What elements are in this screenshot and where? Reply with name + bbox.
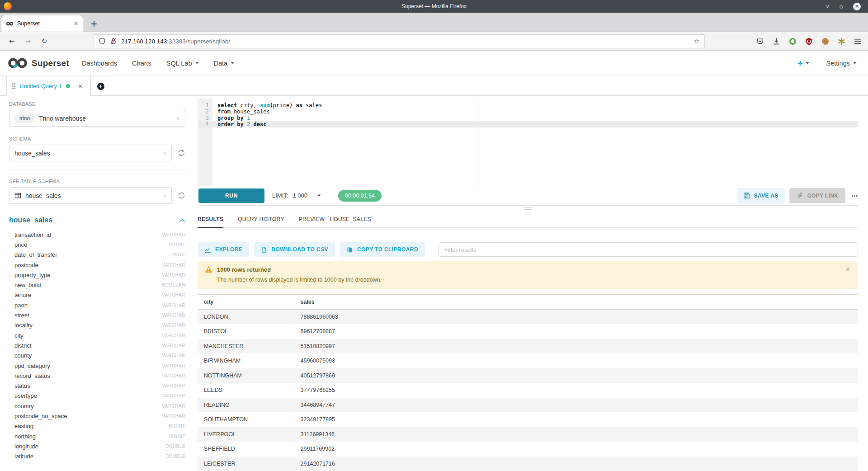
column-type: VARCHAR [162, 404, 185, 409]
column-type: VARCHAR [162, 373, 185, 378]
column-header-sales[interactable]: sales [294, 295, 858, 310]
window-titlebar: Superset — Mozilla Firefox ∨ ◇ ✕ [0, 0, 868, 13]
cookie-icon[interactable] [821, 38, 829, 45]
table-row: MANCHESTER51510820997 [198, 339, 858, 354]
schema-column-row: cityVARCHAR [9, 330, 185, 340]
editor-toolbar: RUN LIMIT: 1 000 00:00:01.64 SAVE AS [198, 186, 858, 206]
shield-permissions-icon[interactable] [99, 38, 106, 45]
query-tab-close-icon[interactable]: × [78, 83, 83, 89]
cell-sales: 45960075093 [294, 353, 858, 368]
new-tab-icon[interactable]: + [90, 19, 98, 28]
back-icon[interactable]: ← [7, 37, 16, 45]
pane-resize-handle[interactable] [198, 206, 858, 212]
column-name: street [14, 312, 29, 319]
settings-menu[interactable]: Settings [826, 60, 857, 67]
column-name: city [14, 332, 24, 339]
insecure-lock-icon[interactable] [110, 38, 117, 45]
browser-toolbar: ← → ↻ 217.160.120.143:32393/superset/sql… [0, 32, 868, 51]
copy-to-clipboard-button[interactable]: COPY TO CLIPBOARD [340, 242, 425, 257]
code-text: group by 1 [212, 115, 858, 121]
schema-column-row: ppd_categoryVARCHAR [9, 361, 185, 371]
refresh-schema-icon[interactable] [178, 149, 185, 157]
chevron-down-icon: ∨ [176, 115, 180, 121]
table-row: LEEDS37779768255 [198, 383, 858, 398]
nav-item-dashboards[interactable]: Dashboards [82, 60, 117, 67]
download-icon[interactable] [773, 38, 780, 45]
schema-column-row: northingBIGINT [9, 431, 185, 441]
filter-results-input[interactable] [439, 242, 858, 257]
results-tab-results[interactable]: RESULTS [198, 212, 223, 228]
column-name: tenure [14, 292, 31, 298]
nav-item-charts[interactable]: Charts [132, 60, 151, 67]
query-tab-active[interactable]: Untitled Query 1 × [6, 76, 90, 96]
save-icon [743, 192, 750, 199]
url-text[interactable]: 217.160.120.143:32393/superset/sqllab/ [121, 38, 690, 45]
sql-editor[interactable]: 1select city, sum(price) as sales2from h… [198, 99, 858, 186]
see-table-schema-label: SEE TABLE SCHEMA [9, 179, 185, 184]
schema-column-row: priceBIGINT [9, 240, 185, 250]
chevron-down-icon: ∨ [163, 193, 166, 198]
cell-city: SHEFFIELD [198, 442, 294, 457]
column-name: new_build [14, 282, 41, 288]
explore-button[interactable]: EXPLORE [198, 242, 249, 257]
drag-handle-icon[interactable] [12, 83, 15, 89]
alert-close-icon[interactable]: × [845, 266, 850, 273]
more-actions-icon[interactable]: ••• [851, 193, 858, 198]
column-name: district [14, 342, 32, 349]
new-item-button[interactable]: + [797, 59, 809, 68]
ublock-icon[interactable] [805, 38, 813, 45]
window-restore-icon[interactable]: ◇ [840, 4, 843, 9]
chevron-down-icon [853, 62, 857, 64]
superset-brand[interactable]: Superset [7, 57, 69, 69]
copy-link-button[interactable]: COPY LINK [789, 188, 846, 203]
table-schema-select[interactable]: house_sales ∨ [9, 187, 172, 204]
schema-column-row: localityVARCHAR [9, 320, 185, 330]
sql-code: 1select city, sum(price) as sales2from h… [198, 99, 858, 127]
results-tab-preview-house-sales[interactable]: PREVIEW: `HOUSE_SALES` [299, 212, 373, 227]
results-tab-query-history[interactable]: QUERY HISTORY [238, 212, 284, 227]
table-row: LONDON788861960063 [198, 310, 858, 325]
browser-tab[interactable]: Superset × [1, 15, 83, 32]
url-path: :32393/superset/sqllab/ [167, 38, 230, 45]
column-type: VARCHAR [162, 393, 185, 398]
superset-favicon [6, 21, 14, 26]
column-name: ppd_category [14, 363, 50, 369]
nav-item-data[interactable]: Data [214, 60, 235, 67]
collapse-chevron-up-icon[interactable] [179, 218, 185, 222]
schema-column-row: postcodeVARCHAR [9, 260, 185, 270]
add-query-tab[interactable]: + [90, 76, 111, 96]
bookmark-star-icon[interactable]: ☆ [694, 37, 700, 45]
database-select[interactable]: trino Trino warehouse ∨ [9, 110, 185, 127]
run-button[interactable]: RUN [198, 188, 264, 203]
privacy-badger-icon[interactable] [789, 38, 797, 45]
extension-asterisk-icon[interactable] [838, 38, 845, 45]
query-tab-title: Untitled Query 1 [19, 83, 62, 89]
url-bar[interactable]: 217.160.120.143:32393/superset/sqllab/ ☆ [94, 35, 704, 48]
tab-close-icon[interactable]: × [74, 20, 78, 27]
column-type: VARCHAR [162, 383, 185, 388]
chevron-down-icon [318, 195, 321, 197]
limit-dropdown[interactable]: LIMIT: 1 000 [272, 192, 321, 199]
forward-icon[interactable]: → [24, 37, 33, 45]
save-as-button[interactable]: SAVE AS [737, 188, 785, 203]
column-header-city[interactable]: city [198, 295, 294, 310]
reload-icon[interactable]: ↻ [40, 37, 49, 45]
divider [9, 170, 185, 170]
table-name-heading[interactable]: house_sales [9, 216, 52, 224]
window-shade-icon[interactable]: ∨ [826, 4, 829, 9]
cell-city: LEEDS [198, 383, 294, 398]
column-name: postcode [14, 262, 38, 268]
pocket-icon[interactable] [756, 38, 764, 45]
window-close-icon[interactable]: ✕ [853, 3, 861, 10]
refresh-table-icon[interactable] [178, 192, 185, 199]
download-csv-button[interactable]: DOWNLOAD TO CSV [254, 242, 335, 257]
code-text: select city, sum(price) as sales [212, 102, 858, 108]
browser-tabbar: Superset × + [0, 13, 868, 32]
nav-item-sql-lab[interactable]: SQL Lab [166, 60, 199, 67]
cell-sales: 29911769902 [294, 442, 858, 457]
cell-sales: 788861960063 [294, 310, 858, 325]
schema-select[interactable]: house_sales ∨ [9, 145, 172, 161]
table-row: SHEFFIELD29911769902 [198, 442, 858, 457]
hamburger-menu-icon[interactable] [854, 38, 862, 45]
chevron-down-icon [195, 62, 199, 64]
